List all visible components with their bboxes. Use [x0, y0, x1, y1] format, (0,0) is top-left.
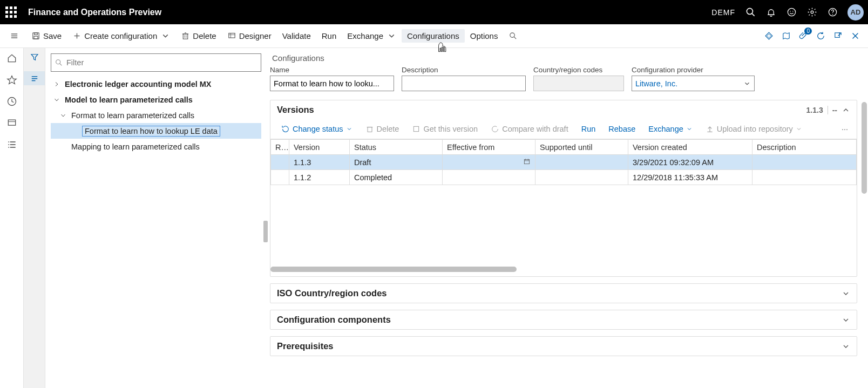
company-code[interactable]: DEMF [711, 8, 735, 17]
cell-desc[interactable] [752, 155, 857, 170]
delete-button[interactable]: Delete [175, 29, 221, 43]
star-icon[interactable] [5, 73, 19, 87]
filter-funnel-icon[interactable] [30, 52, 39, 64]
attachments-icon[interactable]: 0 [798, 31, 809, 42]
change-status-button[interactable]: Change status [276, 122, 358, 135]
versions-header[interactable]: Versions 1.1.3 -- [270, 100, 857, 119]
avatar[interactable]: AD [847, 4, 864, 21]
smile-icon[interactable] [786, 7, 797, 18]
cell-desc[interactable] [752, 170, 857, 185]
svg-line-25 [514, 37, 516, 39]
save-label: Save [43, 31, 62, 40]
country-codes-label: Country/region codes [533, 66, 624, 74]
table-row[interactable]: 1.1.2 Completed 12/29/2018 11:35:33 AM [271, 170, 857, 185]
tree-filter[interactable] [51, 53, 261, 72]
cell-eff-from[interactable] [443, 170, 535, 185]
create-config-button[interactable]: Create configuration [67, 29, 175, 43]
tree-item[interactable]: Model to learn parameterized calls [51, 92, 261, 107]
close-icon[interactable] [850, 31, 860, 42]
waffle-icon[interactable] [4, 5, 18, 19]
help-icon[interactable] [827, 7, 838, 18]
description-field: Description [402, 66, 526, 91]
rebase-button[interactable]: Rebase [603, 122, 641, 135]
popout-icon[interactable] [832, 31, 843, 42]
cell-eff-from[interactable] [443, 155, 535, 170]
exchange-button[interactable]: Exchange [342, 29, 402, 43]
cell-created[interactable]: 3/29/2021 09:32:09 AM [628, 155, 752, 170]
home-icon[interactable] [5, 51, 19, 65]
exchange-label: Exchange [347, 31, 383, 40]
col-desc[interactable]: Description [752, 140, 857, 155]
search-icon[interactable] [745, 7, 756, 18]
bell-icon[interactable] [765, 7, 776, 18]
collapse-icon[interactable] [52, 95, 62, 105]
table-row[interactable]: 1.1.3 Draft [271, 155, 857, 170]
prereq-card: Prerequisites [270, 336, 857, 356]
provider-select[interactable]: Litware, Inc. [632, 76, 755, 91]
versions-toolbar: Change status Delete Get this version [270, 119, 857, 139]
components-card: Configuration components [270, 310, 857, 330]
tree-item[interactable]: Electronic ledger accounting model MX [51, 76, 261, 92]
search-icon [55, 58, 63, 67]
col-status[interactable]: Status [350, 140, 443, 155]
designer-button[interactable]: Designer [222, 29, 277, 43]
workspace-icon[interactable] [5, 116, 19, 130]
col-created[interactable]: Version created [628, 140, 752, 155]
components-title: Configuration components [277, 315, 391, 325]
col-eff-from[interactable]: Effective from [443, 140, 535, 155]
tree-filter-input[interactable] [65, 58, 257, 67]
calendar-icon[interactable] [523, 158, 531, 167]
run-button[interactable]: Run [316, 29, 342, 43]
svg-line-47 [59, 63, 62, 65]
prereq-header[interactable]: Prerequisites [270, 337, 857, 356]
tree-item-selected[interactable]: Format to learn how to lookup LE data [51, 123, 261, 139]
versions-exchange-label: Exchange [648, 125, 683, 133]
svg-point-4 [792, 11, 793, 12]
recent-icon[interactable] [5, 94, 19, 108]
col-r[interactable]: R... [271, 140, 289, 155]
upload-button: Upload into repository [700, 122, 808, 135]
modules-icon[interactable] [5, 138, 19, 152]
map-icon[interactable] [781, 31, 791, 42]
tree-item[interactable]: Format to learn parameterized calls [51, 107, 261, 123]
configurations-button[interactable]: Configurations [402, 29, 465, 43]
cell-status[interactable]: Completed [350, 170, 443, 185]
versions-delete-label: Delete [377, 125, 399, 133]
cell-supp-until[interactable] [535, 170, 628, 185]
description-input[interactable] [402, 76, 526, 91]
compare-label: Compare with draft [502, 125, 568, 133]
col-version[interactable]: Version [289, 140, 350, 155]
validate-button[interactable]: Validate [277, 29, 316, 43]
chevron-down-icon [842, 342, 850, 351]
refresh-icon[interactable] [815, 31, 826, 42]
versions-exchange-button[interactable]: Exchange [643, 122, 698, 135]
configurations-label: Configurations [407, 31, 459, 40]
tree-item[interactable]: Mapping to learn parameterized calls [51, 139, 261, 154]
more-icon[interactable]: ··· [838, 125, 851, 133]
content-scrollbar[interactable] [862, 102, 867, 366]
options-button[interactable]: Options [465, 29, 504, 43]
svg-point-2 [788, 8, 795, 16]
diamond-icon[interactable] [763, 31, 774, 42]
collapse-icon[interactable] [58, 111, 68, 120]
cell-status[interactable]: Draft [350, 155, 443, 170]
svg-rect-21 [228, 33, 234, 38]
grid-hscroll[interactable] [270, 266, 857, 273]
cell-supp-until[interactable] [535, 155, 628, 170]
gear-icon[interactable] [806, 7, 817, 18]
cell-version[interactable]: 1.1.2 [289, 170, 350, 185]
iso-header[interactable]: ISO Country/region codes [270, 284, 857, 303]
badge-count: 0 [804, 28, 812, 35]
versions-run-button[interactable]: Run [576, 122, 601, 135]
chevron-down-icon [743, 80, 751, 87]
name-input[interactable] [270, 76, 394, 91]
cell-version[interactable]: 1.1.3 [289, 155, 350, 170]
expand-icon[interactable] [52, 79, 62, 89]
cell-created[interactable]: 12/29/2018 11:35:33 AM [628, 170, 752, 185]
toolbar-search-icon[interactable] [503, 29, 523, 43]
hamburger-icon[interactable] [4, 29, 24, 43]
components-header[interactable]: Configuration components [270, 310, 857, 329]
filter-lines-icon[interactable] [24, 71, 45, 85]
col-supp-until[interactable]: Supported until [535, 140, 628, 155]
save-button[interactable]: Save [26, 29, 67, 43]
